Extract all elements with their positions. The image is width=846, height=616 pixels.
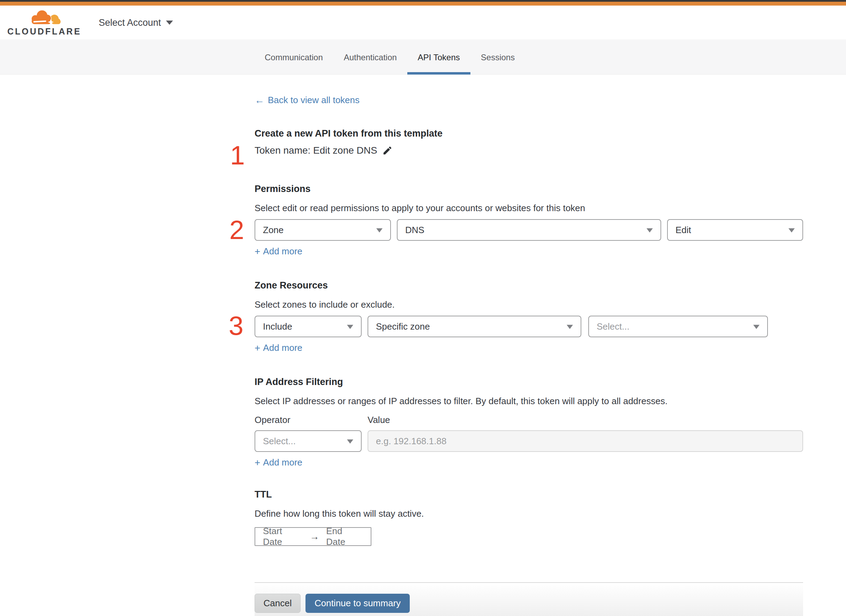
continue-to-summary-button[interactable]: Continue to summary	[306, 594, 410, 613]
chevron-down-icon	[166, 21, 173, 25]
cloudflare-logo: CLOUDFLARE	[10, 9, 78, 37]
permissions-title: Permissions	[255, 183, 311, 194]
select-account-dropdown[interactable]: Select Account	[99, 18, 173, 28]
plus-icon: +	[255, 458, 260, 468]
tab-communication[interactable]: Communication	[254, 40, 333, 74]
cloudflare-api-token-page: CLOUDFLARE Select Account Communication …	[0, 0, 846, 616]
tab-authentication-label: Authentication	[344, 53, 397, 62]
zone-picker-select[interactable]: Select...	[588, 316, 768, 337]
back-link-label: Back to view all tokens	[268, 95, 359, 106]
zone-resources-title: Zone Resources	[255, 280, 328, 291]
permissions-add-more-link[interactable]: + Add more	[255, 246, 302, 257]
zone-resources-description: Select zones to include or exclude.	[255, 299, 803, 311]
select-account-label: Select Account	[99, 18, 161, 28]
tab-sessions[interactable]: Sessions	[471, 40, 525, 74]
ip-operator-select[interactable]: Select...	[255, 430, 362, 452]
zone-type-value: Specific zone	[376, 321, 430, 332]
chevron-down-icon	[347, 439, 353, 443]
cloudflare-cloud-icon	[24, 9, 65, 26]
tab-api-tokens[interactable]: API Tokens	[407, 40, 471, 74]
ip-filtering-description: Select IP addresses or ranges of IP addr…	[255, 395, 803, 407]
permission-access-select[interactable]: Edit	[667, 219, 803, 241]
back-to-tokens-link[interactable]: ← Back to view all tokens	[255, 95, 359, 106]
tab-group: Communication Authentication API Tokens …	[254, 40, 525, 74]
permission-service-value: DNS	[405, 225, 424, 236]
chevron-down-icon	[753, 325, 759, 329]
ip-filtering-add-more-label: Add more	[263, 457, 302, 468]
tab-bar: Communication Authentication API Tokens …	[0, 40, 846, 75]
permission-scope-value: Zone	[263, 225, 284, 236]
token-name-row: Token name: Edit zone DNS	[255, 145, 393, 156]
plus-icon: +	[255, 343, 260, 353]
step-number-3: 3	[224, 312, 243, 339]
ip-value-input	[368, 430, 803, 452]
ip-operator-placeholder: Select...	[263, 436, 296, 447]
zone-resources-select-row: Include Specific zone Select...	[255, 316, 768, 337]
tab-authentication[interactable]: Authentication	[333, 40, 407, 74]
start-date-placeholder: Start Date	[263, 526, 303, 547]
brand-wordmark: CLOUDFLARE	[7, 26, 81, 37]
zone-resources-add-more-link[interactable]: + Add more	[255, 343, 302, 353]
top-orange-accent-bar	[0, 2, 846, 6]
ttl-title: TTL	[255, 489, 272, 500]
ttl-date-range-picker[interactable]: Start Date → End Date	[255, 527, 371, 546]
operator-label: Operator	[255, 415, 290, 425]
permissions-description: Select edit or read permissions to apply…	[255, 202, 803, 214]
active-tab-underline	[407, 72, 471, 75]
zone-mode-select[interactable]: Include	[255, 316, 362, 337]
zone-mode-value: Include	[263, 321, 292, 332]
zone-picker-placeholder: Select...	[597, 321, 630, 332]
arrow-right-icon: →	[310, 531, 319, 542]
edit-pencil-icon[interactable]	[382, 145, 393, 156]
zone-type-select[interactable]: Specific zone	[368, 316, 581, 337]
ip-filtering-add-more-link[interactable]: + Add more	[255, 457, 302, 468]
chevron-down-icon	[789, 228, 795, 232]
tab-communication-label: Communication	[265, 53, 323, 62]
permissions-select-row: Zone DNS Edit	[255, 219, 803, 241]
permission-service-select[interactable]: DNS	[397, 219, 661, 241]
ttl-description: Define how long this token will stay act…	[255, 507, 803, 519]
cancel-button[interactable]: Cancel	[255, 594, 301, 613]
ip-filtering-title: IP Address Filtering	[255, 377, 343, 387]
chevron-down-icon	[566, 325, 573, 329]
value-label: Value	[368, 415, 390, 425]
tab-sessions-label: Sessions	[481, 53, 515, 62]
permission-access-value: Edit	[675, 225, 691, 236]
chevron-down-icon	[646, 228, 653, 232]
step-number-1: 1	[225, 142, 245, 169]
footer-buttons: Cancel Continue to summary	[255, 594, 410, 613]
chevron-down-icon	[376, 228, 383, 232]
end-date-placeholder: End Date	[326, 526, 363, 547]
plus-icon: +	[255, 247, 260, 257]
app-header: CLOUDFLARE Select Account	[0, 6, 846, 40]
create-token-title: Create a new API token from this templat…	[255, 128, 443, 139]
step-number-2: 2	[225, 217, 244, 243]
zone-resources-add-more-label: Add more	[263, 343, 302, 353]
token-name-text: Token name: Edit zone DNS	[255, 145, 377, 156]
footer-divider	[255, 582, 803, 583]
tab-api-tokens-label: API Tokens	[418, 53, 460, 62]
back-arrow-icon: ←	[255, 95, 264, 105]
ip-filtering-controls-row: Select...	[255, 430, 803, 452]
permissions-add-more-label: Add more	[263, 246, 302, 257]
permission-scope-select[interactable]: Zone	[255, 219, 391, 241]
chevron-down-icon	[347, 325, 353, 329]
